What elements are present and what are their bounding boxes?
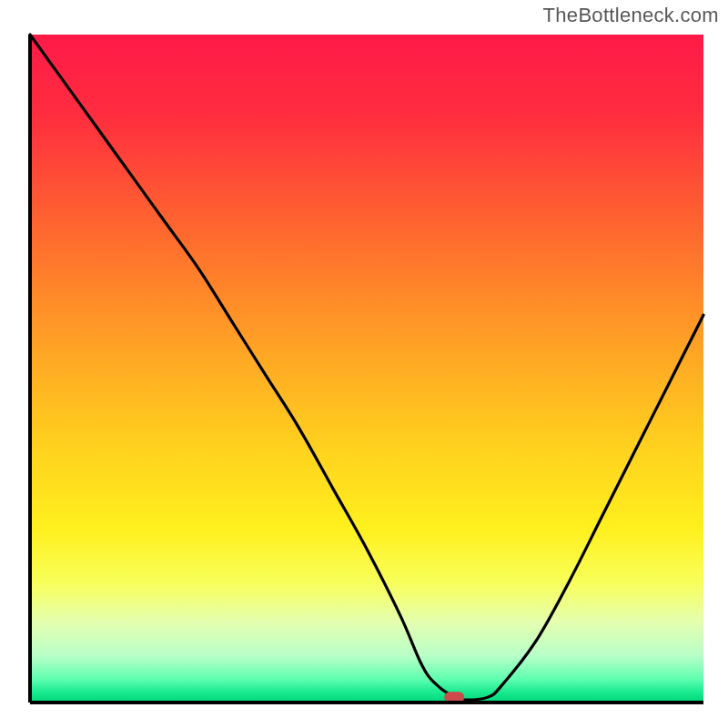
chart-background-gradient — [30, 35, 703, 703]
bottleneck-chart — [14, 27, 714, 719]
watermark-text: TheBottleneck.com — [543, 4, 719, 27]
chart-svg — [14, 27, 714, 719]
